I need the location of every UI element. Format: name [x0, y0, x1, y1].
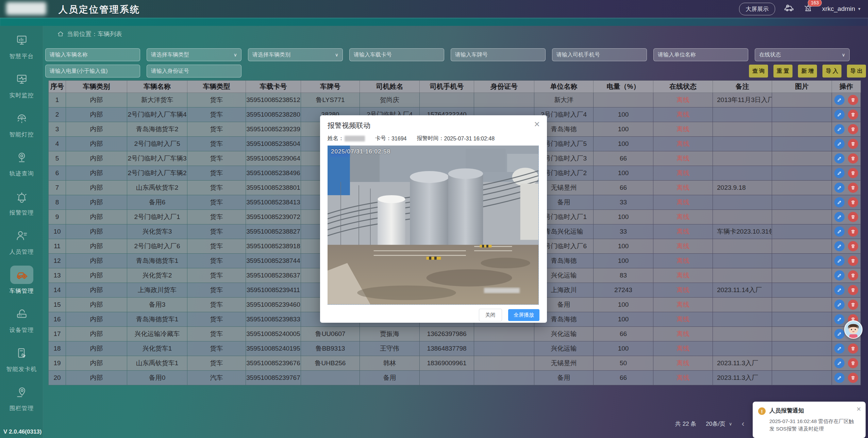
- edit-button[interactable]: [834, 226, 845, 237]
- cell-text: 备用: [557, 374, 570, 381]
- alarm-bell-icon[interactable]: 163: [803, 3, 813, 15]
- big-screen-button[interactable]: 大屏展示: [739, 3, 775, 15]
- edit-button[interactable]: [834, 241, 845, 251]
- delete-button[interactable]: [848, 300, 858, 310]
- edit-button[interactable]: [834, 183, 845, 193]
- cell-text: 货车: [210, 111, 223, 118]
- delete-button[interactable]: [848, 226, 858, 237]
- sidebar-item-9[interactable]: 围栏管理: [0, 378, 43, 417]
- delete-button[interactable]: [848, 270, 858, 281]
- delete-button[interactable]: [848, 256, 858, 266]
- driver-phone-input[interactable]: 请输入司机手机号: [552, 48, 647, 61]
- battery-input[interactable]: 请输入电量(小于输入值): [45, 65, 140, 78]
- smart-light-icon: [15, 112, 28, 125]
- cell-text: 内部: [90, 169, 103, 176]
- vehicle-category-select[interactable]: 请选择车辆类别∨: [248, 48, 343, 61]
- import-button[interactable]: 导 入: [822, 65, 841, 78]
- edit-button[interactable]: [834, 285, 845, 295]
- edit-button[interactable]: [834, 212, 845, 222]
- video-timestamp-overlay: 2025/07/31 16:02:58: [331, 148, 390, 155]
- edit-button[interactable]: [834, 153, 845, 164]
- edit-button[interactable]: [834, 358, 845, 368]
- table-row: 19内部山东禹钦货车1货车359510085239676鲁UHB256韩林183…: [49, 356, 861, 371]
- edit-button[interactable]: [834, 329, 845, 339]
- sidebar-item-7[interactable]: 设备管理: [0, 300, 43, 339]
- row-actions: [832, 254, 861, 268]
- edit-button[interactable]: [834, 110, 845, 120]
- vehicle-name-input[interactable]: 请输入车辆名称: [45, 48, 140, 61]
- online-status-select[interactable]: 在线状态∨: [755, 48, 850, 61]
- toast-close-icon[interactable]: ✕: [856, 406, 861, 413]
- card-number-input[interactable]: 请输入车载卡号: [349, 48, 444, 61]
- cell-text: 2023.9.18: [717, 184, 746, 191]
- edit-pen-icon: [837, 302, 842, 307]
- cell-text: 13: [53, 272, 61, 279]
- placeholder-text: 请输入单位名称: [658, 51, 696, 58]
- delete-button[interactable]: [848, 95, 858, 105]
- edit-button[interactable]: [834, 270, 845, 281]
- sidebar-item-2[interactable]: 智能灯控: [0, 104, 43, 143]
- sidebar-item-5[interactable]: 人员管理: [0, 221, 43, 260]
- delete-button[interactable]: [848, 153, 858, 164]
- cell-text: 内部: [90, 330, 103, 337]
- cell-text: 汽车: [210, 374, 223, 381]
- sidebar-item-4[interactable]: 报警管理: [0, 182, 43, 221]
- edit-button[interactable]: [834, 256, 845, 266]
- org-name-input[interactable]: 请输入单位名称: [653, 48, 748, 61]
- edit-button[interactable]: [834, 95, 845, 105]
- page-size-select[interactable]: 20条/页: [706, 420, 725, 428]
- export-button[interactable]: 导 出: [847, 65, 866, 78]
- assistant-avatar-button[interactable]: [844, 320, 863, 339]
- sidebar-item-1[interactable]: 实时监控: [0, 65, 43, 104]
- delete-button[interactable]: [848, 110, 858, 120]
- delete-button[interactable]: [848, 183, 858, 193]
- cell-text: 359510085238504: [246, 140, 300, 147]
- modal-close-button[interactable]: 关闭: [479, 309, 502, 321]
- cell-text: 14: [53, 286, 61, 293]
- edit-button[interactable]: [834, 373, 845, 383]
- edit-button[interactable]: [834, 300, 845, 310]
- edit-button[interactable]: [834, 197, 845, 207]
- delete-button[interactable]: [848, 343, 858, 354]
- sidebar-item-3[interactable]: 轨迹查询: [0, 143, 43, 182]
- cell-text: 2号门临时入厂车辆3: [128, 155, 186, 162]
- sidebar-item-0[interactable]: 智慧平台: [0, 26, 43, 65]
- add-button[interactable]: 新 增: [798, 65, 817, 78]
- reset-button[interactable]: 重 置: [773, 65, 792, 78]
- delete-button[interactable]: [848, 358, 858, 368]
- vehicle-type-select[interactable]: 请选择车辆类型∨: [147, 48, 241, 61]
- delete-button[interactable]: [848, 212, 858, 222]
- online-status-badge: 离线: [677, 184, 689, 191]
- cell-text: 货车: [210, 184, 223, 191]
- delete-button[interactable]: [848, 197, 858, 207]
- query-button[interactable]: 查 询: [749, 65, 768, 78]
- cell-text: 贺尚庆: [380, 96, 399, 103]
- edit-button[interactable]: [834, 139, 845, 149]
- edit-button[interactable]: [834, 124, 845, 134]
- edit-button[interactable]: [834, 343, 845, 354]
- vehicle-monitor-icon[interactable]: [784, 3, 794, 15]
- cell-text: 100: [618, 242, 629, 250]
- delete-button[interactable]: [848, 285, 858, 295]
- delete-button[interactable]: [848, 139, 858, 149]
- delete-button[interactable]: [848, 124, 858, 134]
- delete-button[interactable]: [848, 241, 858, 251]
- user-menu[interactable]: xrkc_admin▼: [822, 5, 861, 13]
- cell-text: 359510085238280: [246, 111, 300, 118]
- sidebar-item-8[interactable]: 智能发卡机: [0, 339, 43, 378]
- cctv-video-frame: 2025/07/31 16:02:58: [328, 146, 539, 305]
- plate-number-input[interactable]: 请输入车牌号: [451, 48, 546, 61]
- cell-text: 100: [618, 213, 629, 220]
- cell-text: 车辆卡2023.10.31领取: [717, 228, 772, 235]
- fullscreen-play-button[interactable]: 全屏播放: [508, 309, 539, 321]
- delete-button[interactable]: [848, 373, 858, 383]
- edit-pen-icon: [837, 258, 842, 264]
- delete-button[interactable]: [848, 168, 858, 178]
- id-card-input[interactable]: 请输入身份证号: [147, 65, 241, 78]
- prev-page-button[interactable]: ‹: [742, 419, 745, 428]
- modal-close-icon[interactable]: ✕: [534, 120, 540, 129]
- sidebar-item-6[interactable]: 车辆管理: [0, 260, 43, 300]
- edit-button[interactable]: [834, 168, 845, 178]
- sidebar-nav: 智慧平台实时监控智能灯控轨迹查询报警管理人员管理车辆管理设备管理智能发卡机围栏管…: [0, 26, 43, 438]
- edit-button[interactable]: [834, 314, 845, 324]
